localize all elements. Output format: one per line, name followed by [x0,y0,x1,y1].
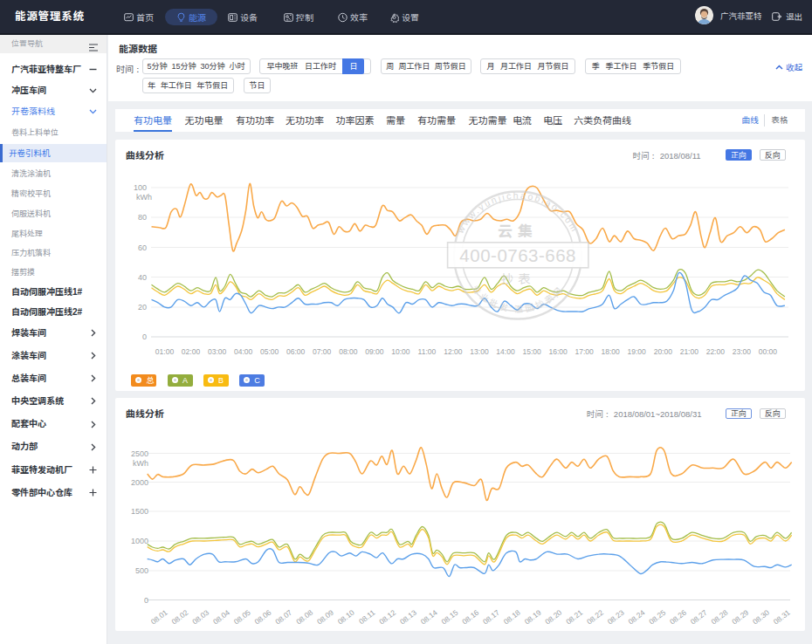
svg-text:08.16: 08.16 [460,608,480,627]
svg-text:1000: 1000 [131,537,148,545]
svg-text:09:00: 09:00 [365,347,384,356]
svg-text:08.28: 08.28 [710,608,730,627]
svg-text:18:00: 18:00 [602,347,621,356]
svg-text:08:00: 08:00 [339,347,358,356]
svg-text:08.23: 08.23 [606,608,626,627]
svg-text:08.04: 08.04 [211,608,231,627]
svg-text:08.25: 08.25 [647,608,667,627]
svg-text:08.03: 08.03 [190,608,210,627]
svg-text:500: 500 [135,566,148,575]
svg-text:08.26: 08.26 [668,608,688,627]
svg-text:08.19: 08.19 [523,608,543,627]
svg-text:15:00: 15:00 [522,347,541,356]
svg-text:14:00: 14:00 [496,347,515,356]
svg-text:21:00: 21:00 [680,347,699,356]
svg-text:2000: 2000 [131,478,148,487]
svg-text:08.07: 08.07 [273,608,293,627]
svg-text:10:00: 10:00 [391,347,410,356]
svg-text:13:00: 13:00 [470,347,489,356]
svg-text:400-0763-668: 400-0763-668 [459,244,576,264]
svg-text:12:00: 12:00 [444,347,463,356]
svg-text:云集: 云集 [498,223,538,240]
svg-text:05:00: 05:00 [260,347,279,356]
svg-text:08.13: 08.13 [398,608,418,627]
svg-text:08.15: 08.15 [440,608,460,627]
svg-text:kWh: kWh [136,193,152,202]
svg-text:08.24: 08.24 [627,608,647,627]
svg-text:0: 0 [144,596,148,605]
svg-text:08.09: 08.09 [315,608,335,627]
svg-text:08.21: 08.21 [564,608,584,627]
svg-text:03:00: 03:00 [208,347,227,356]
svg-text:20: 20 [138,303,147,312]
svg-text:08.20: 08.20 [543,608,563,627]
svg-text:60: 60 [138,243,147,251]
svg-text:08.11: 08.11 [357,608,377,627]
svg-text:16:00: 16:00 [548,347,568,356]
svg-text:08.05: 08.05 [232,608,252,627]
svg-text:08.01: 08.01 [149,608,169,627]
svg-text:17:00: 17:00 [575,347,594,356]
svg-text:20:00: 20:00 [654,347,673,356]
svg-text:23:00: 23:00 [733,347,752,356]
svg-text:08.18: 08.18 [502,608,522,627]
svg-text:02:00: 02:00 [182,347,201,356]
svg-text:04:00: 04:00 [234,347,253,356]
svg-text:1500: 1500 [131,507,148,516]
svg-text:19:00: 19:00 [628,347,647,356]
svg-text:08.14: 08.14 [419,608,439,627]
svg-text:08.31: 08.31 [772,608,792,627]
svg-text:80: 80 [138,213,147,222]
svg-text:08.27: 08.27 [689,608,709,627]
svg-text:40: 40 [138,272,147,281]
svg-text:08.17: 08.17 [481,608,501,627]
svg-text:07:00: 07:00 [313,347,332,356]
svg-text:08.30: 08.30 [751,608,771,627]
svg-text:08.08: 08.08 [294,608,314,627]
svg-text:06:00: 06:00 [286,347,306,356]
svg-text:01:00: 01:00 [155,347,175,356]
svg-text:22:00: 22:00 [706,347,726,356]
svg-text:08.22: 08.22 [585,608,605,627]
svg-text:08.02: 08.02 [170,608,190,627]
svg-text:0: 0 [142,332,147,341]
svg-text:08.29: 08.29 [730,608,750,627]
svg-text:kWh: kWh [133,459,148,468]
svg-text:08.06: 08.06 [253,608,273,627]
svg-text:00:00: 00:00 [759,347,778,356]
svg-text:100: 100 [134,183,147,192]
svg-text:抄表: 抄表 [501,272,535,286]
svg-text:2500: 2500 [131,449,148,458]
svg-text:11:00: 11:00 [418,347,437,356]
svg-text:08.12: 08.12 [377,608,397,627]
svg-text:08.10: 08.10 [336,608,356,627]
